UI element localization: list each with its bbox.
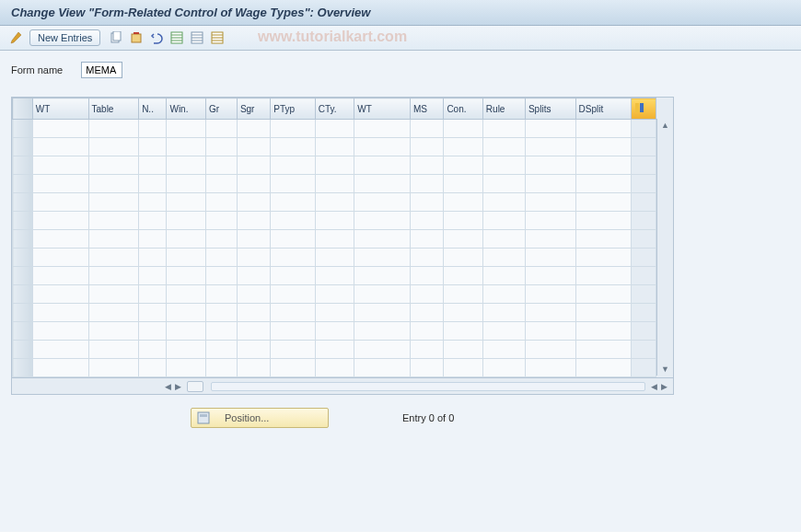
table-cell[interactable] (88, 120, 139, 138)
table-cell[interactable] (354, 193, 411, 212)
row-selector[interactable] (13, 285, 33, 304)
table-cell[interactable] (32, 138, 88, 156)
table-cell[interactable] (237, 267, 270, 285)
table-cell[interactable] (32, 175, 88, 193)
table-cell[interactable] (525, 230, 575, 249)
table-cell[interactable] (32, 322, 88, 341)
table-cell[interactable] (410, 249, 443, 267)
table-cell[interactable] (482, 230, 525, 249)
table-cell[interactable] (167, 304, 205, 322)
col-header[interactable]: WT (354, 98, 411, 120)
delete-icon[interactable] (128, 29, 145, 46)
table-cell[interactable] (139, 193, 167, 212)
col-header[interactable]: Con. (444, 98, 482, 120)
table-cell[interactable] (482, 212, 525, 230)
table-cell[interactable] (88, 285, 139, 304)
hscroll-track[interactable] (211, 382, 645, 391)
table-cell[interactable] (410, 156, 443, 175)
table-cell[interactable] (575, 267, 632, 285)
table-cell[interactable] (482, 120, 525, 138)
table-cell[interactable] (167, 175, 205, 193)
table-cell[interactable] (205, 212, 237, 230)
table-cell[interactable] (315, 193, 354, 212)
row-selector[interactable] (13, 359, 33, 377)
row-selector[interactable] (13, 267, 33, 285)
table-cell[interactable] (237, 359, 270, 377)
table-cell[interactable] (167, 193, 205, 212)
table-cell[interactable] (205, 359, 237, 377)
table-cell[interactable] (237, 304, 270, 322)
table-cell[interactable] (205, 230, 237, 249)
table-cell[interactable] (139, 212, 167, 230)
table-cell[interactable] (354, 138, 411, 156)
scroll-right2-icon[interactable]: ▶ (659, 382, 669, 391)
copy-icon[interactable] (108, 29, 124, 46)
table-cell[interactable] (205, 249, 237, 267)
table-cell[interactable] (167, 267, 205, 285)
table-cell[interactable] (354, 230, 411, 249)
table-cell[interactable] (444, 341, 482, 359)
table-cell[interactable] (410, 138, 443, 156)
table-cell[interactable] (88, 322, 139, 341)
table-cell[interactable] (410, 322, 443, 341)
col-header[interactable]: CTy. (315, 98, 354, 120)
scroll-up-icon[interactable]: ▲ (661, 121, 669, 130)
table-cell[interactable] (410, 359, 443, 377)
table-cell[interactable] (32, 120, 88, 138)
table-cell[interactable] (575, 230, 632, 249)
table-cell[interactable] (354, 341, 411, 359)
table-cell[interactable] (139, 359, 167, 377)
row-selector[interactable] (13, 249, 33, 267)
select-all-header[interactable] (13, 98, 33, 120)
table-cell[interactable] (139, 341, 167, 359)
table-cell[interactable] (525, 175, 575, 193)
table-cell[interactable] (315, 341, 354, 359)
table-cell[interactable] (525, 267, 575, 285)
table-cell[interactable] (271, 193, 316, 212)
row-selector[interactable] (13, 138, 33, 156)
table-cell[interactable] (88, 249, 139, 267)
table-cell[interactable] (237, 138, 270, 156)
table-cell[interactable] (354, 212, 411, 230)
table-cell[interactable] (525, 249, 575, 267)
col-header[interactable]: PTyp (271, 98, 316, 120)
table-cell[interactable] (575, 138, 632, 156)
table-cell[interactable] (410, 304, 443, 322)
table-cell[interactable] (525, 156, 575, 175)
table-cell[interactable] (525, 193, 575, 212)
table-cell[interactable] (32, 267, 88, 285)
col-header[interactable]: DSplit (575, 98, 632, 120)
table-cell[interactable] (482, 341, 525, 359)
table-cell[interactable] (410, 175, 443, 193)
table-cell[interactable] (237, 193, 270, 212)
table-cell[interactable] (315, 175, 354, 193)
table-cell[interactable] (410, 230, 443, 249)
row-selector[interactable] (13, 322, 33, 341)
table-cell[interactable] (237, 341, 270, 359)
table-cell[interactable] (482, 359, 525, 377)
table-cell[interactable] (271, 285, 316, 304)
table-cell[interactable] (354, 175, 411, 193)
table-cell[interactable] (205, 285, 237, 304)
table-cell[interactable] (88, 359, 139, 377)
scroll-left-icon[interactable]: ◀ (163, 382, 173, 391)
table-cell[interactable] (482, 249, 525, 267)
table-cell[interactable] (575, 175, 632, 193)
table-cell[interactable] (575, 156, 632, 175)
table-cell[interactable] (271, 120, 316, 138)
table-cell[interactable] (205, 322, 237, 341)
table-cell[interactable] (575, 249, 632, 267)
row-selector[interactable] (13, 156, 33, 175)
table-cell[interactable] (315, 285, 354, 304)
new-entries-button[interactable]: New Entries (29, 29, 100, 46)
position-button[interactable]: Position... (191, 408, 329, 428)
table-cell[interactable] (444, 175, 482, 193)
table-cell[interactable] (315, 267, 354, 285)
save-icon[interactable] (209, 29, 226, 46)
change-icon[interactable] (7, 29, 24, 46)
table-cell[interactable] (32, 359, 88, 377)
table-cell[interactable] (167, 341, 205, 359)
table-cell[interactable] (139, 120, 167, 138)
table-cell[interactable] (139, 249, 167, 267)
table-cell[interactable] (482, 156, 525, 175)
